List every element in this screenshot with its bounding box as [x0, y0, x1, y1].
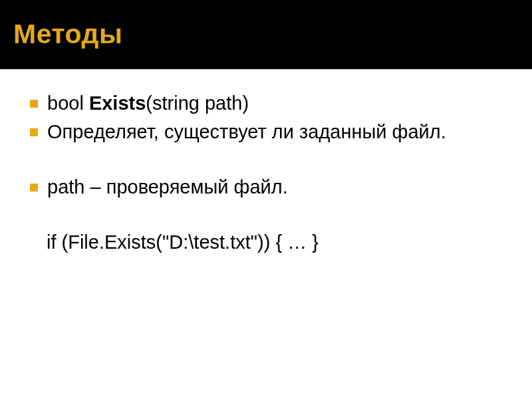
slide-content: bool Exists(string path) Определяет, сущ…: [0, 69, 532, 269]
bullet-icon: [30, 100, 38, 108]
list-item-text: Определяет, существует ли заданный файл.: [47, 119, 446, 145]
bullet-icon: [30, 184, 38, 192]
code-line: if (File.Exists("D:\test.txt")) { … }: [47, 229, 502, 255]
text-bold: Exists: [89, 92, 146, 114]
list-item: Определяет, существует ли заданный файл.: [30, 119, 502, 145]
spacer: [30, 203, 502, 229]
list-item: path – проверяемый файл.: [30, 174, 502, 200]
list-item: bool Exists(string path): [30, 90, 502, 116]
text-suffix: (string path): [146, 92, 249, 114]
text-prefix: bool: [47, 92, 89, 114]
bullet-icon: [30, 128, 38, 136]
slide-title: Методы: [13, 19, 519, 50]
spacer: [30, 148, 502, 174]
list-item-text: path – проверяемый файл.: [47, 174, 288, 200]
slide-header: Методы: [0, 0, 532, 67]
list-item-text: bool Exists(string path): [47, 90, 249, 116]
